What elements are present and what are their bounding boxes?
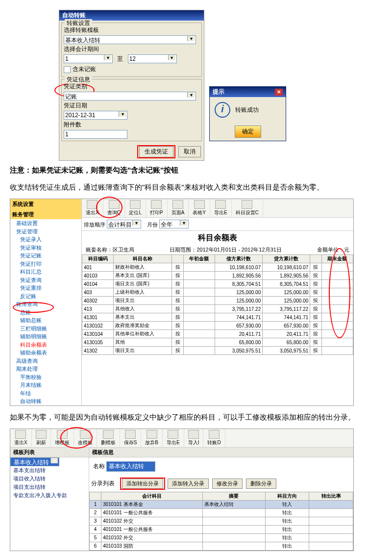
import-button[interactable]: 导入I	[184, 429, 204, 447]
plus-icon	[57, 430, 68, 439]
settings-button[interactable]: 科目设置C	[232, 199, 263, 217]
table-row[interactable]: 40302项目支出按125,000.00125,000.00按	[82, 297, 353, 305]
tree-leaf[interactable]: 月末结账	[10, 381, 81, 389]
save-button[interactable]: 保存S	[120, 429, 142, 447]
discard-icon	[147, 430, 157, 439]
table-row[interactable]: 41301基本支出按744,141.71744,141.71按	[82, 313, 353, 322]
balance-report: 系统设置 账务管理 基础设置 凭证管理 凭证录入 凭证审核 凭证记账 凭证打印 …	[10, 199, 354, 406]
template-item[interactable]: 专款支出冲入拨入专款	[10, 491, 89, 500]
edit-entry-button[interactable]: 修改分录	[212, 479, 243, 489]
tree-leaf[interactable]: 凭证打印	[10, 260, 81, 268]
tree-leaf[interactable]: 凭证审核	[10, 244, 81, 252]
tree-leaf-active[interactable]: 科目余额表	[10, 341, 81, 349]
table-row[interactable]: 4130104其他单位补助收入按20,411.7120,411.71按	[82, 330, 353, 338]
grid-button[interactable]: 表格Y	[189, 199, 210, 217]
date-range: 日期范围：2012年01月01日 - 2012年12月31日	[170, 246, 282, 253]
tree-leaf[interactable]: 三栏明细账	[10, 325, 81, 333]
tree-leaf[interactable]: 科目汇总	[10, 268, 81, 276]
locate-icon	[130, 200, 141, 209]
tree-leaf[interactable]: 年结	[10, 389, 81, 398]
table-row[interactable]: 44010101 一般公共服务转出	[90, 525, 353, 533]
sort-select[interactable]: 会计科目	[107, 220, 141, 228]
template-select[interactable]: 基本收入结转	[64, 35, 196, 44]
export-button[interactable]: 导出E	[163, 429, 184, 447]
tree-node[interactable]: 高级查询	[10, 357, 81, 365]
include-unposted-checkbox[interactable]	[64, 66, 71, 73]
tree-header: 系统设置	[10, 199, 81, 209]
filter-label: 月份	[147, 222, 158, 227]
table-row[interactable]: 413其他收入按3,795,117.223,795,117.22按	[82, 305, 353, 313]
page-button[interactable]: 页面A	[168, 199, 189, 217]
edit-template-button[interactable]: 改模板	[74, 429, 97, 447]
delete-template-button[interactable]: 删模板	[97, 429, 120, 447]
cancel-button[interactable]: 取消	[178, 146, 201, 157]
table-row[interactable]: 4130105其他按65,800.0065,800.00按	[82, 338, 353, 347]
table-row[interactable]: 54010102 外交转出	[90, 533, 353, 542]
table-row[interactable]: 13010101 基本基金基本收入结转转入	[90, 500, 353, 508]
export-button[interactable]: 导出E	[210, 199, 232, 217]
search-icon	[109, 200, 120, 209]
add-template-button[interactable]: 增模板	[51, 429, 74, 447]
template-item[interactable]: 项目收入结转	[10, 475, 89, 483]
table-row[interactable]: 403上级补助收入按125,000.00125,000.00按	[82, 288, 353, 297]
ok-button[interactable]: 确定	[235, 126, 261, 138]
table-row[interactable]: 64010103 国防转出	[90, 542, 353, 550]
tree-node[interactable]: 凭证管理	[10, 227, 81, 236]
voucher-date-label: 凭证日期	[64, 101, 199, 110]
close-icon[interactable]: ✕	[275, 89, 283, 96]
table-row[interactable]: 40104项目支出 (国库)按8,305,704.518,305,704.51按	[82, 280, 353, 288]
annotation-box: 添加转出分录	[120, 478, 165, 490]
table-row[interactable]: 4130102政府批准奖励金按657,930.00657,930.00按	[82, 322, 353, 330]
refresh-button[interactable]: 刷新	[32, 429, 51, 447]
tree-node[interactable]: 基础设置	[10, 219, 81, 227]
unit-label: 金额单位：元	[317, 246, 349, 253]
month-select[interactable]: 全年	[159, 220, 189, 228]
tree-leaf[interactable]: 凭证重排	[10, 284, 81, 292]
tree-leaf[interactable]: 凭证查询	[10, 276, 81, 284]
print-icon	[151, 200, 162, 209]
transfer-settings-group: 转账设置 选择转账模板 基本收入结转 选择会计期间 1 至 12 含未记账	[61, 23, 202, 77]
discard-button[interactable]: 放弃B	[141, 429, 163, 447]
tree-leaf[interactable]: 平衡校验	[10, 373, 81, 381]
query-button[interactable]: 查询Q	[103, 199, 125, 217]
template-editor: 退出X 刷新 增模板 改模板 删模板 保存S 放弃B 导出E 导入I 转账D 模…	[10, 429, 354, 551]
tree-node[interactable]: 账簿查询	[10, 300, 81, 308]
table-row[interactable]: 40103基本支出 (国库)按1,892,905.561,892,905.56按	[82, 272, 353, 280]
attachment-label: 附件数	[64, 121, 199, 129]
table-row[interactable]: 34010102 外交转出	[90, 517, 353, 525]
table-row[interactable]: 24010101 一般公共服务转出	[90, 508, 353, 517]
period-to-select[interactable]: 12	[128, 54, 177, 63]
name-input[interactable]: 基本收入结转	[106, 461, 155, 472]
print-button[interactable]: 打印P	[146, 199, 168, 217]
add-in-entry-button[interactable]: 添加转入分录	[168, 479, 209, 489]
attachment-input[interactable]: 1	[64, 130, 127, 139]
template-item-selected[interactable]: 基本收入结转	[10, 457, 59, 466]
template-item[interactable]: 项目支出结转	[10, 483, 89, 491]
table-row[interactable]: 401财政补助收入按10,198,610.0710,198,610.07按	[82, 263, 353, 272]
locate-button[interactable]: 定位L	[125, 199, 146, 217]
exit-button[interactable]: 退出X	[82, 199, 103, 217]
generate-button[interactable]: 生成凭证	[139, 146, 173, 157]
tree-leaf[interactable]: 自动转账	[10, 397, 81, 405]
transfer-button[interactable]: 转账D	[203, 429, 225, 447]
delete-icon	[103, 430, 114, 439]
delete-entry-button[interactable]: 删除分录	[246, 479, 276, 489]
voucher-date-select[interactable]: 2012-12-31	[64, 111, 127, 120]
template-item[interactable]: 基本支出结转	[10, 466, 89, 475]
tree-leaf[interactable]: 凭证记账	[10, 252, 81, 260]
exit-button[interactable]: 退出X	[10, 429, 32, 447]
transfer-icon	[209, 430, 220, 439]
tree-leaf[interactable]: 辅助明细账	[10, 332, 81, 341]
voucher-type-select[interactable]: 记账	[64, 92, 196, 101]
tree-leaf[interactable]: 凭证录入	[10, 235, 81, 244]
period-from-select[interactable]: 1	[64, 54, 113, 63]
table-row[interactable]: 41302项目支出按3,050,975.513,050,975.51按	[82, 347, 353, 355]
tree-leaf[interactable]: 反记账	[10, 292, 81, 301]
tree-node[interactable]: 期末处理	[10, 365, 81, 373]
tree-leaf[interactable]: 总账	[10, 308, 81, 317]
template-list-header: 模板列表	[10, 448, 89, 457]
tree-leaf[interactable]: 辅助余额表	[10, 349, 81, 357]
add-out-entry-button[interactable]: 添加转出分录	[122, 479, 163, 489]
filter-row: 排放顺序 会计科目 月份 全年	[82, 218, 353, 231]
tree-leaf[interactable]: 辅助总账	[10, 316, 81, 325]
